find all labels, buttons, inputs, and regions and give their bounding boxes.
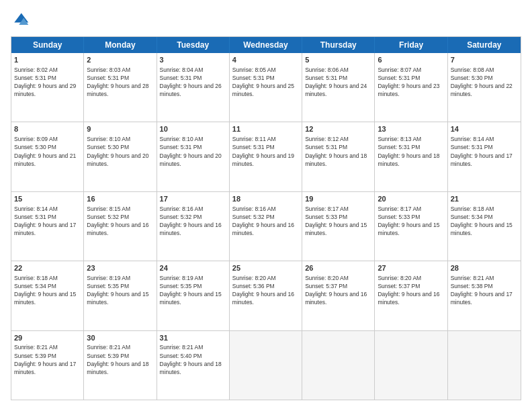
day-number: 5	[305, 55, 371, 65]
calendar-cell	[448, 331, 521, 400]
day-number: 25	[232, 263, 299, 273]
day-info: Sunrise: 8:16 AM Sunset: 5:32 PM Dayligh…	[160, 205, 222, 236]
calendar-cell: 6Sunrise: 8:07 AM Sunset: 5:31 PM Daylig…	[375, 53, 447, 122]
day-number: 24	[160, 263, 226, 273]
calendar: SundayMondayTuesdayWednesdayThursdayFrid…	[11, 36, 521, 400]
day-info: Sunrise: 8:16 AM Sunset: 5:32 PM Dayligh…	[232, 205, 294, 236]
calendar-cell: 22Sunrise: 8:18 AM Sunset: 5:34 PM Dayli…	[11, 261, 84, 330]
day-info: Sunrise: 8:14 AM Sunset: 5:31 PM Dayligh…	[14, 205, 76, 236]
day-info: Sunrise: 8:21 AM Sunset: 5:38 PM Dayligh…	[451, 275, 513, 306]
day-number: 29	[14, 333, 81, 343]
day-info: Sunrise: 8:21 AM Sunset: 5:39 PM Dayligh…	[14, 344, 76, 375]
calendar-cell: 16Sunrise: 8:15 AM Sunset: 5:32 PM Dayli…	[84, 192, 157, 261]
day-number: 18	[232, 194, 299, 204]
weekday-header: Friday	[375, 37, 447, 53]
calendar-cell: 31Sunrise: 8:21 AM Sunset: 5:40 PM Dayli…	[157, 331, 230, 400]
day-number: 21	[451, 194, 518, 204]
calendar-cell: 12Sunrise: 8:12 AM Sunset: 5:31 PM Dayli…	[302, 122, 375, 191]
day-info: Sunrise: 8:10 AM Sunset: 5:31 PM Dayligh…	[160, 136, 222, 167]
day-number: 12	[305, 124, 371, 134]
page: SundayMondayTuesdayWednesdayThursdayFrid…	[0, 0, 532, 411]
calendar-cell: 9Sunrise: 8:10 AM Sunset: 5:30 PM Daylig…	[84, 122, 157, 191]
calendar-cell: 19Sunrise: 8:17 AM Sunset: 5:33 PM Dayli…	[302, 192, 375, 261]
calendar-row: 1Sunrise: 8:02 AM Sunset: 5:31 PM Daylig…	[11, 53, 521, 122]
calendar-cell: 10Sunrise: 8:10 AM Sunset: 5:31 PM Dayli…	[157, 122, 230, 191]
weekday-header: Tuesday	[157, 37, 230, 53]
day-number: 16	[87, 194, 153, 204]
day-number: 28	[451, 263, 518, 273]
day-number: 23	[87, 263, 153, 273]
calendar-cell: 28Sunrise: 8:21 AM Sunset: 5:38 PM Dayli…	[448, 261, 521, 330]
calendar-cell: 11Sunrise: 8:11 AM Sunset: 5:31 PM Dayli…	[230, 122, 302, 191]
day-info: Sunrise: 8:17 AM Sunset: 5:33 PM Dayligh…	[305, 205, 367, 236]
day-info: Sunrise: 8:19 AM Sunset: 5:35 PM Dayligh…	[87, 275, 148, 306]
day-number: 4	[232, 55, 299, 65]
day-info: Sunrise: 8:06 AM Sunset: 5:31 PM Dayligh…	[305, 66, 367, 97]
day-info: Sunrise: 8:09 AM Sunset: 5:30 PM Dayligh…	[14, 136, 76, 167]
header	[11, 11, 521, 30]
calendar-cell: 4Sunrise: 8:05 AM Sunset: 5:31 PM Daylig…	[230, 53, 302, 122]
calendar-cell: 21Sunrise: 8:18 AM Sunset: 5:34 PM Dayli…	[448, 192, 521, 261]
calendar-cell: 15Sunrise: 8:14 AM Sunset: 5:31 PM Dayli…	[11, 192, 84, 261]
calendar-row: 22Sunrise: 8:18 AM Sunset: 5:34 PM Dayli…	[11, 261, 521, 330]
calendar-cell: 27Sunrise: 8:20 AM Sunset: 5:37 PM Dayli…	[375, 261, 447, 330]
day-info: Sunrise: 8:10 AM Sunset: 5:30 PM Dayligh…	[87, 136, 148, 167]
calendar-row: 8Sunrise: 8:09 AM Sunset: 5:30 PM Daylig…	[11, 122, 521, 191]
day-number: 27	[378, 263, 444, 273]
day-info: Sunrise: 8:07 AM Sunset: 5:31 PM Dayligh…	[378, 66, 439, 97]
day-info: Sunrise: 8:04 AM Sunset: 5:31 PM Dayligh…	[160, 66, 222, 97]
calendar-cell: 13Sunrise: 8:13 AM Sunset: 5:31 PM Dayli…	[375, 122, 447, 191]
day-number: 22	[14, 263, 81, 273]
day-info: Sunrise: 8:20 AM Sunset: 5:37 PM Dayligh…	[378, 275, 439, 306]
calendar-cell: 23Sunrise: 8:19 AM Sunset: 5:35 PM Dayli…	[84, 261, 157, 330]
day-info: Sunrise: 8:21 AM Sunset: 5:40 PM Dayligh…	[160, 344, 222, 375]
day-number: 30	[87, 333, 153, 343]
calendar-cell: 24Sunrise: 8:19 AM Sunset: 5:35 PM Dayli…	[157, 261, 230, 330]
day-info: Sunrise: 8:13 AM Sunset: 5:31 PM Dayligh…	[378, 136, 439, 167]
day-number: 3	[160, 55, 226, 65]
day-info: Sunrise: 8:20 AM Sunset: 5:36 PM Dayligh…	[232, 275, 294, 306]
day-info: Sunrise: 8:14 AM Sunset: 5:31 PM Dayligh…	[451, 136, 513, 167]
calendar-cell: 5Sunrise: 8:06 AM Sunset: 5:31 PM Daylig…	[302, 53, 375, 122]
day-info: Sunrise: 8:15 AM Sunset: 5:32 PM Dayligh…	[87, 205, 148, 236]
calendar-cell: 29Sunrise: 8:21 AM Sunset: 5:39 PM Dayli…	[11, 331, 84, 400]
day-number: 15	[14, 194, 81, 204]
day-number: 6	[378, 55, 444, 65]
weekday-header: Wednesday	[230, 37, 302, 53]
day-number: 20	[378, 194, 444, 204]
calendar-row: 29Sunrise: 8:21 AM Sunset: 5:39 PM Dayli…	[11, 331, 521, 400]
day-info: Sunrise: 8:03 AM Sunset: 5:31 PM Dayligh…	[87, 66, 148, 97]
day-number: 2	[87, 55, 153, 65]
day-info: Sunrise: 8:19 AM Sunset: 5:35 PM Dayligh…	[160, 275, 222, 306]
day-number: 11	[232, 124, 299, 134]
weekday-header: Saturday	[448, 37, 521, 53]
day-number: 9	[87, 124, 153, 134]
calendar-cell	[302, 331, 375, 400]
day-number: 10	[160, 124, 226, 134]
calendar-cell	[375, 331, 447, 400]
calendar-cell: 14Sunrise: 8:14 AM Sunset: 5:31 PM Dayli…	[448, 122, 521, 191]
day-number: 14	[451, 124, 518, 134]
day-info: Sunrise: 8:12 AM Sunset: 5:31 PM Dayligh…	[305, 136, 367, 167]
logo-icon	[11, 11, 30, 30]
day-info: Sunrise: 8:08 AM Sunset: 5:30 PM Dayligh…	[451, 66, 513, 97]
calendar-cell: 26Sunrise: 8:20 AM Sunset: 5:37 PM Dayli…	[302, 261, 375, 330]
day-info: Sunrise: 8:18 AM Sunset: 5:34 PM Dayligh…	[14, 275, 76, 306]
day-number: 1	[14, 55, 81, 65]
day-info: Sunrise: 8:02 AM Sunset: 5:31 PM Dayligh…	[14, 66, 76, 97]
calendar-cell: 25Sunrise: 8:20 AM Sunset: 5:36 PM Dayli…	[230, 261, 302, 330]
logo	[11, 11, 32, 30]
calendar-header: SundayMondayTuesdayWednesdayThursdayFrid…	[11, 37, 521, 53]
day-info: Sunrise: 8:11 AM Sunset: 5:31 PM Dayligh…	[232, 136, 294, 167]
calendar-cell: 8Sunrise: 8:09 AM Sunset: 5:30 PM Daylig…	[11, 122, 84, 191]
weekday-header: Sunday	[11, 37, 84, 53]
weekday-header: Thursday	[302, 37, 375, 53]
day-number: 19	[305, 194, 371, 204]
calendar-cell: 1Sunrise: 8:02 AM Sunset: 5:31 PM Daylig…	[11, 53, 84, 122]
day-number: 31	[160, 333, 226, 343]
calendar-row: 15Sunrise: 8:14 AM Sunset: 5:31 PM Dayli…	[11, 192, 521, 261]
day-info: Sunrise: 8:20 AM Sunset: 5:37 PM Dayligh…	[305, 275, 367, 306]
calendar-body: 1Sunrise: 8:02 AM Sunset: 5:31 PM Daylig…	[11, 53, 521, 400]
calendar-cell	[230, 331, 302, 400]
day-info: Sunrise: 8:05 AM Sunset: 5:31 PM Dayligh…	[232, 66, 294, 97]
